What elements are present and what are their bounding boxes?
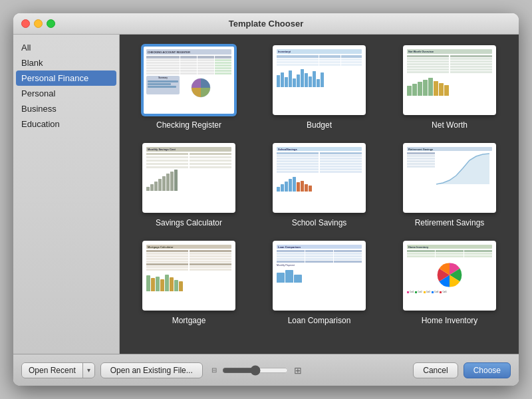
sidebar-item-all[interactable]: All <box>13 40 119 55</box>
open-recent-main[interactable]: Open Recent <box>22 363 82 378</box>
template-label: Retirement Savings <box>415 218 485 227</box>
template-thumb-retirement-savings[interactable]: Retirement Savings <box>403 143 496 213</box>
template-thumb-mortgage[interactable]: Mortgage Calculator <box>142 241 235 311</box>
bottom-toolbar: Open Recent ▾ Open an Existing File... ⊟… <box>13 354 519 386</box>
template-thumb-net-worth[interactable]: Net Worth Overview <box>403 45 496 115</box>
open-recent-button[interactable]: Open Recent ▾ <box>21 362 95 378</box>
minimize-button[interactable] <box>34 19 43 28</box>
template-thumb-home-inventory[interactable]: Home Inventory <box>403 241 496 311</box>
cancel-button[interactable]: Cancel <box>413 362 458 378</box>
traffic-lights <box>21 19 55 28</box>
list-item[interactable]: SchoolSavings <box>261 143 378 227</box>
templates-panel: CHECKING ACCOUNT REGISTER <box>120 35 519 354</box>
list-item[interactable]: Mortgage Calculator <box>130 241 247 325</box>
template-thumb-loan-comparison[interactable]: Loan Comparison <box>273 241 366 311</box>
sidebar-item-blank[interactable]: Blank <box>13 55 119 70</box>
svg-marker-1 <box>436 154 489 184</box>
open-existing-button[interactable]: Open an Existing File... <box>100 362 203 378</box>
list-item[interactable]: Monthly Savings Cost <box>130 143 247 227</box>
template-label: School Savings <box>292 218 347 227</box>
sidebar: All Blank Personal Finance Personal Busi… <box>13 35 120 354</box>
open-recent-arrow[interactable]: ▾ <box>82 363 94 378</box>
template-label: Net Worth <box>432 120 467 130</box>
close-button[interactable] <box>21 19 30 28</box>
template-thumb-checking-register[interactable]: CHECKING ACCOUNT REGISTER <box>142 45 235 115</box>
template-label: Checking Register <box>156 120 221 130</box>
template-label: Loan Comparison <box>288 316 351 325</box>
sidebar-item-education[interactable]: Education <box>13 116 119 132</box>
template-label: Savings Calculator <box>156 218 222 227</box>
titlebar: Template Chooser <box>13 13 519 35</box>
templates-grid: CHECKING ACCOUNT REGISTER <box>130 45 508 325</box>
sidebar-item-personal[interactable]: Personal <box>13 86 119 101</box>
list-item[interactable]: Net Worth Overview <box>391 45 508 130</box>
window-title: Template Chooser <box>229 19 303 29</box>
zoom-slider[interactable] <box>222 365 289 376</box>
template-chooser-window: Template Chooser All Blank Personal Fina… <box>13 13 519 386</box>
list-item[interactable]: Inventoryi <box>261 45 378 130</box>
list-item[interactable]: Home Inventory <box>391 241 508 325</box>
sidebar-item-personal-finance[interactable]: Personal Finance <box>16 70 116 86</box>
list-item[interactable]: Retirement Savings <box>391 143 508 227</box>
list-item[interactable]: Loan Comparison <box>261 241 378 325</box>
template-label: Budget <box>307 120 332 130</box>
template-label: Home Inventory <box>422 316 478 325</box>
template-thumb-school-savings[interactable]: SchoolSavings <box>273 143 366 213</box>
content-area: All Blank Personal Finance Personal Busi… <box>13 35 519 354</box>
maximize-button[interactable] <box>47 19 55 28</box>
template-label: Mortgage <box>172 316 206 325</box>
zoom-out-icon: ⊟ <box>211 366 217 374</box>
zoom-in-icon: ⊞ <box>294 365 302 376</box>
template-thumb-budget[interactable]: Inventoryi <box>273 45 366 115</box>
zoom-slider-area: ⊟ ⊞ <box>208 365 305 376</box>
choose-button[interactable]: Choose <box>464 362 511 378</box>
list-item[interactable]: CHECKING ACCOUNT REGISTER <box>130 45 247 130</box>
template-thumb-savings-calculator[interactable]: Monthly Savings Cost <box>142 143 235 213</box>
sidebar-item-business[interactable]: Business <box>13 101 119 116</box>
